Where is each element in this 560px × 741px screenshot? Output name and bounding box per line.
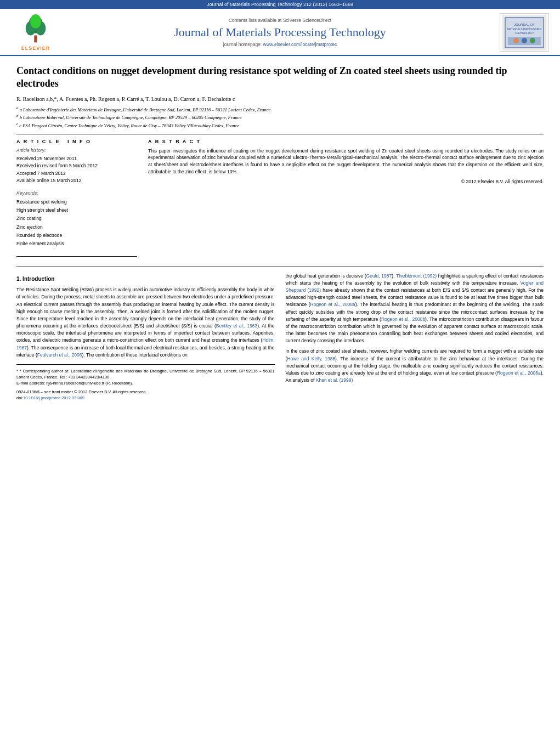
section1-heading: 1. Introduction bbox=[16, 275, 275, 284]
svg-text:JOURNAL OF: JOURNAL OF bbox=[514, 23, 535, 26]
history-accepted: Accepted 7 March 2012 bbox=[16, 170, 137, 178]
keyword-5: Rounded tip electrode bbox=[16, 231, 137, 240]
article-history-label: Article history: bbox=[16, 148, 137, 153]
abstract-label: A B S T R A C T bbox=[148, 139, 544, 144]
top-bar: Journal of Materials Processing Technolo… bbox=[0, 0, 560, 9]
affiliation-c: c c PSA Peugeot Citroën, Centre Techniqu… bbox=[16, 121, 544, 129]
doi-link[interactable]: 10.1016/j.jmatprotec.2012.03.009 bbox=[23, 395, 84, 400]
main-col-right: the global heat generation is decisive (… bbox=[286, 273, 544, 401]
copyright-line: © 2012 Elsevier B.V. All rights reserved… bbox=[148, 179, 544, 184]
keywords-list: Resistance spot welding High strength st… bbox=[16, 198, 137, 248]
ref-khan[interactable]: Khan et al. (1999) bbox=[316, 377, 353, 383]
doi-line: doi:10.1016/j.jmatprotec.2012.03.009 bbox=[16, 395, 275, 401]
keyword-6: Finite element analysis bbox=[16, 240, 137, 248]
section1-para3: In the case of zinc coated steel sheets,… bbox=[286, 348, 544, 384]
elsevier-brand-text: ELSEVIER bbox=[21, 46, 50, 51]
authors-line: R. Raoelison a,b,*, A. Fuentes a, Ph. Ro… bbox=[16, 96, 544, 102]
ref-holm[interactable]: Holm, 1967 bbox=[16, 337, 275, 350]
svg-point-12 bbox=[522, 38, 527, 43]
main-content: 1. Introduction The Resistance Spot Weld… bbox=[16, 273, 544, 401]
ref-bentley[interactable]: Bentley et al., 1963 bbox=[216, 323, 258, 329]
history-revised: Received in revised form 5 March 2012 bbox=[16, 162, 137, 170]
svg-text:MATERIALS PROCESSING: MATERIALS PROCESSING bbox=[507, 27, 542, 31]
affiliation-b: b b Laboratoire Roberval, Université de … bbox=[16, 113, 544, 121]
affiliation-a: a a Laboratoire d'Ingénierie des Matéria… bbox=[16, 105, 544, 114]
footnote-star: * * Corresponding author at: Laboratoire… bbox=[16, 368, 275, 381]
footer-issn: 0924-0136/$ – see front matter © 2012 El… bbox=[16, 389, 275, 401]
history-online: Available online 15 March 2012 bbox=[16, 177, 137, 185]
svg-point-11 bbox=[513, 38, 519, 43]
article-info-col: A R T I C L E I N F O Article history: R… bbox=[16, 139, 137, 261]
issn-line: 0924-0136/$ – see front matter © 2012 El… bbox=[16, 389, 275, 395]
sciverse-line: Contents lists available at SciVerse Sci… bbox=[60, 18, 500, 23]
footnote-email: E-mail address: rija-nirina.raoelison@un… bbox=[16, 380, 275, 386]
abstract-text: This paper investigates the influence of… bbox=[148, 148, 544, 176]
journal-title: Journal of Materials Processing Technolo… bbox=[60, 25, 500, 39]
journal-homepage: journal homepage: www.elsevier.com/locat… bbox=[60, 42, 500, 47]
journal-cover-icon: JOURNAL OF MATERIALS PROCESSING TECHNOLO… bbox=[502, 15, 546, 50]
elsevier-logo: ELSEVIER bbox=[11, 14, 60, 51]
article-info-abstract: A R T I C L E I N F O Article history: R… bbox=[16, 139, 544, 261]
section1-para2: the global heat generation is decisive (… bbox=[286, 273, 544, 345]
authors-text: R. Raoelison a,b,*, A. Fuentes a, Ph. Ro… bbox=[16, 96, 235, 102]
article-title: Contact conditions on nugget development… bbox=[16, 65, 544, 90]
main-col-left: 1. Introduction The Resistance Spot Weld… bbox=[16, 273, 275, 401]
page: Journal of Materials Processing Technolo… bbox=[0, 0, 560, 407]
ref-thieblemont[interactable]: Thieblemont (1992) bbox=[396, 273, 437, 279]
article-info-label: A R T I C L E I N F O bbox=[16, 139, 137, 144]
section1-para1: The Resistance Spot Welding (RSW) proces… bbox=[16, 286, 275, 359]
ref-vogler[interactable]: Vogler and Sheppard (1992) bbox=[286, 280, 544, 293]
journal-citation: Journal of Materials Processing Technolo… bbox=[207, 2, 353, 7]
article-body: Contact conditions on nugget development… bbox=[0, 56, 560, 407]
elsevier-tree-icon bbox=[19, 14, 52, 44]
keyword-3: Zinc coating bbox=[16, 214, 137, 223]
journal-header: ELSEVIER Contents lists available at Sci… bbox=[0, 9, 560, 56]
keyword-1: Resistance spot welding bbox=[16, 198, 137, 206]
history-received: Received 25 November 2011 bbox=[16, 155, 137, 163]
journal-homepage-link[interactable]: www.elsevier.com/locate/jmatprotec bbox=[263, 42, 337, 47]
keyword-2: High strength steel sheet bbox=[16, 206, 137, 214]
divider-1 bbox=[16, 134, 544, 134]
svg-point-4 bbox=[30, 14, 41, 29]
ref-rogeon-2008a[interactable]: Rogeon et al., 2008a bbox=[310, 302, 355, 307]
footnote-area: * * Corresponding author at: Laboratoire… bbox=[16, 364, 275, 387]
divider-2 bbox=[16, 267, 544, 267]
journal-header-center: Contents lists available at SciVerse Sci… bbox=[60, 18, 500, 47]
ref-feulvarch[interactable]: Feulvarch et al., 2006 bbox=[37, 352, 82, 358]
svg-point-13 bbox=[530, 38, 535, 43]
ref-rogeon-2008a-2[interactable]: Rogeon et al., 2008a bbox=[497, 370, 541, 376]
affiliations: a a Laboratoire d'Ingénierie des Matéria… bbox=[16, 105, 544, 129]
divider-keywords bbox=[16, 256, 137, 257]
ref-howe[interactable]: Howe and Kelly, 1988 bbox=[287, 356, 335, 361]
journal-logo-right: JOURNAL OF MATERIALS PROCESSING TECHNOLO… bbox=[500, 13, 549, 52]
article-history-rows: Received 25 November 2011 Received in re… bbox=[16, 155, 137, 185]
ref-gould[interactable]: Gould, 1987 bbox=[366, 273, 392, 279]
keywords-label: Keywords: bbox=[16, 190, 137, 196]
abstract-col: A B S T R A C T This paper investigates … bbox=[148, 139, 544, 261]
svg-text:TECHNOLOGY: TECHNOLOGY bbox=[514, 31, 534, 35]
ref-rogeon-2008b[interactable]: Rogeon et al., 2008b bbox=[381, 316, 425, 322]
svg-rect-0 bbox=[34, 35, 37, 42]
keyword-4: Zinc ejection bbox=[16, 223, 137, 231]
